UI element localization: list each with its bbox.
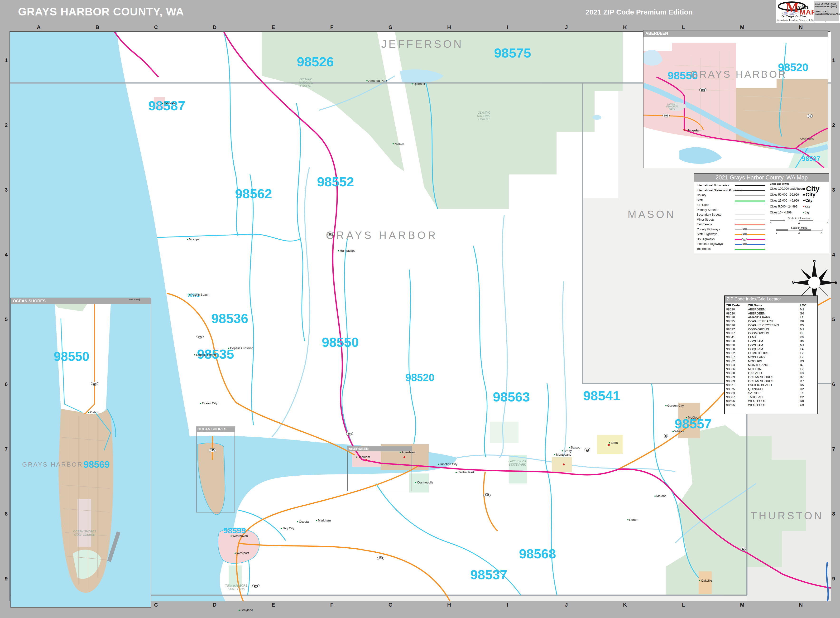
- legend-item: State Highways123: [697, 232, 768, 237]
- legend-line-sample: [735, 209, 765, 210]
- grid-letter: I: [507, 24, 509, 30]
- zip-name: MONTESANO: [748, 363, 800, 367]
- zip-code: 98550: [726, 343, 748, 348]
- zip-index-row[interactable]: 98550HOQUIAMM1: [726, 343, 817, 348]
- legend-line-sample: 123: [735, 234, 765, 235]
- zip-index-row[interactable]: 98537COSMOPOLISI8: [726, 331, 817, 336]
- city-dot-icon: [803, 200, 804, 201]
- zip-name: PACIFIC BEACH: [748, 383, 800, 387]
- legend-item-label: Secondary Streets: [697, 213, 721, 216]
- zip-index-row[interactable]: 98550HOQUIAMB6: [726, 339, 817, 343]
- zip-index-row[interactable]: 98568OAKVILLEK8: [726, 371, 817, 375]
- zip-label: 98541: [583, 388, 620, 403]
- city-dot-icon: [803, 206, 804, 207]
- zip-code: 98550: [726, 347, 748, 351]
- inset-locator-title: OCEAN SHORES: [196, 426, 235, 432]
- city-label: Bay City: [281, 526, 294, 530]
- legend-line-sample: [735, 185, 765, 186]
- grid-number: 9: [5, 576, 7, 582]
- city-label: Moclips: [187, 238, 199, 241]
- legend-city-item: Cities 100,000 and AboveCity: [770, 186, 828, 192]
- marketmaps-logo: M arket MAPS On Target. On Time. America…: [776, 0, 840, 23]
- zip-index-row[interactable]: 98557MCCLEARYL7: [726, 355, 817, 360]
- inset-locator-box[interactable]: OCEAN SHORES: [196, 426, 235, 513]
- city-label: Oakville: [699, 579, 712, 582]
- legend-city-range: Cities 5,000 - 24,999: [770, 205, 797, 208]
- legend-item: International States and Provinces: [697, 188, 768, 193]
- zip-index-row[interactable]: 98541ELMAK6: [726, 336, 817, 339]
- city-label: Cosmopolis: [800, 137, 814, 140]
- city-label: Cosmopolis: [415, 481, 433, 484]
- legend-item: International Boundaries: [697, 183, 768, 188]
- grid-letter: I: [507, 602, 509, 608]
- grid-letter: J: [565, 602, 568, 608]
- zip-index-row[interactable]: 98569OCEAN SHORESB7: [726, 375, 817, 379]
- grid-letter: E: [272, 602, 275, 608]
- zip-index-row[interactable]: 98563MONTESANOI4: [726, 363, 817, 367]
- highway-shield: 12: [807, 114, 813, 118]
- legend-item-label: Minor Streets: [697, 218, 714, 221]
- legend-line-sample: 123: [735, 244, 765, 245]
- zip-code: 98535: [726, 319, 748, 324]
- zip-index-row[interactable]: 98595WESTPORTC9: [726, 403, 817, 407]
- zip-index-row[interactable]: 98562MOCLIPSD3: [726, 360, 817, 364]
- legend-item: Minor Streets: [697, 217, 768, 222]
- zip-index-row[interactable]: 98595WESTPORTD8: [726, 399, 817, 403]
- grid-letter: K: [623, 602, 627, 608]
- zip-index-row[interactable]: 98526AMANDA PARKF1: [726, 315, 817, 319]
- legend-city-item: Cities 5,000 - 24,999City: [770, 204, 828, 209]
- zip-index-row[interactable]: 98537COSMOPOLISM2: [726, 328, 817, 331]
- zip-index-row[interactable]: 98583SATSOPJ7: [726, 391, 817, 395]
- zip-loc: D5: [800, 383, 814, 387]
- zip-index-row[interactable]: 98552HUMPTULIPSF2: [726, 351, 817, 355]
- inset-locator-box[interactable]: ABERDEEN: [347, 446, 412, 491]
- logo-tagline: On Target. On Time.: [782, 15, 807, 18]
- zip-index-row[interactable]: 98520ABERDEENM2: [726, 308, 817, 312]
- zip-label: 98536: [211, 310, 248, 326]
- city-label: Garden City: [665, 404, 684, 407]
- zip-loc: D8: [800, 399, 814, 403]
- zip-name: WESTPORT: [748, 399, 800, 403]
- county-label-inset: GRAYS HARBOR: [690, 69, 787, 80]
- inset-aberdeen-title: ABERDEEN: [646, 31, 668, 36]
- grid-number: 9: [832, 576, 835, 582]
- highway-shield: 109: [662, 114, 669, 117]
- legend-item: Primary Streets: [697, 208, 768, 212]
- zip-index-row[interactable]: 98575QUINAULTH2: [726, 387, 817, 391]
- zip-code: 98552: [726, 351, 748, 355]
- legend-line-items: International BoundariesInternational St…: [697, 183, 768, 251]
- inset-ocean-shores[interactable]: OCEAN SHORES Scale in Miles 98: [10, 298, 151, 608]
- zip-loc: D5: [800, 324, 814, 328]
- zip-index-title: ZIP Code Index/Grid Locator: [725, 296, 818, 303]
- zip-name: WESTPORT: [748, 403, 800, 407]
- legend-item-label: State: [697, 199, 703, 202]
- park-label: SUNSET MEMORIAL PARK: [666, 103, 678, 111]
- inset-aberdeen[interactable]: ABERDEEN 98: [643, 30, 828, 168]
- zip-code: 98557: [726, 355, 748, 360]
- zip-index-row[interactable]: 98587TAHOLAHC2: [726, 395, 817, 399]
- zip-loc: M1: [800, 343, 814, 348]
- zip-label: 98563: [493, 389, 530, 404]
- zip-index-row[interactable]: 98566NEILTONF2: [726, 367, 817, 371]
- legend-city-sample: City: [803, 192, 816, 198]
- zip-loc: F2: [800, 367, 814, 371]
- highway-shield: 101: [699, 88, 706, 92]
- zip-index-row[interactable]: 98536COPALIS CROSSINGD5: [726, 324, 817, 328]
- zip-loc: F1: [800, 315, 814, 319]
- zip-index-row[interactable]: 98535COPALIS BEACHD6: [726, 319, 817, 324]
- zip-loc: M2: [800, 328, 814, 331]
- contact-email[interactable]: mapsales@MarketMAPS.com: [815, 13, 840, 15]
- legend-line-sample: [735, 200, 765, 202]
- zip-loc: D3: [800, 360, 814, 364]
- zip-code: 98583: [726, 391, 748, 395]
- grid-letter: H: [447, 602, 451, 608]
- zip-index-row[interactable]: 98571PACIFIC BEACHD5: [726, 383, 817, 387]
- county-label: GRAYS HARBOR: [326, 229, 438, 241]
- zip-name: ELMA: [748, 336, 800, 339]
- zip-index-row[interactable]: 98520ABERDEENG6: [726, 312, 817, 316]
- zip-index-row[interactable]: 98550HOQUIAMF4: [726, 347, 817, 351]
- highway-shield: 8: [664, 434, 668, 438]
- city-label: Neilton: [393, 142, 404, 146]
- zip-index-row[interactable]: 98569OCEAN SHORESD7: [726, 379, 817, 383]
- city-label: Brady: [562, 449, 572, 453]
